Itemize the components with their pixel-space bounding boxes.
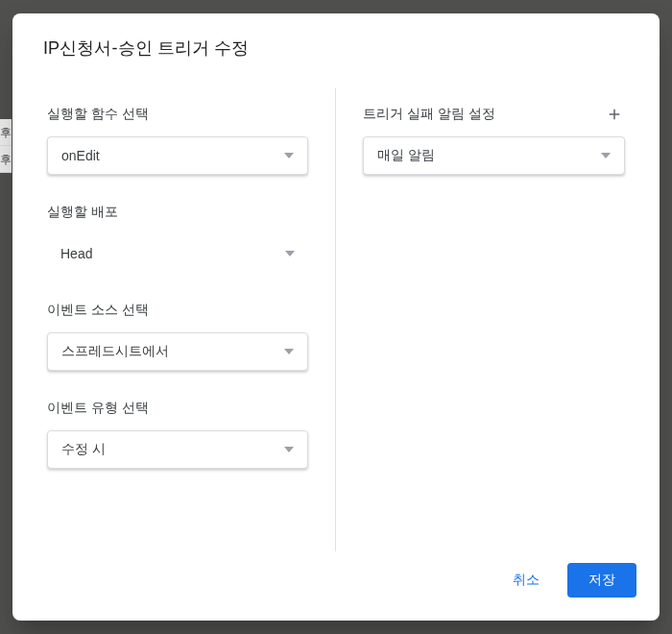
event-type-select-value: 수정 시 — [61, 441, 284, 458]
chevron-down-icon — [284, 347, 294, 356]
chevron-down-icon — [285, 249, 295, 258]
event-type-select[interactable]: 수정 시 — [47, 430, 308, 469]
deployment-select[interactable]: Head — [47, 234, 308, 273]
function-label: 실행할 함수 선택 — [47, 106, 149, 123]
field-failure-notification: 트리거 실패 알림 설정 매일 알림 — [363, 106, 625, 175]
add-notification-button[interactable] — [606, 106, 623, 123]
event-source-select-value: 스프레드시트에서 — [61, 343, 284, 360]
dialog-footer: 취소 저장 — [12, 551, 660, 621]
chevron-down-icon — [284, 445, 294, 454]
chevron-down-icon — [284, 151, 294, 160]
event-source-label: 이벤트 소스 선택 — [47, 302, 149, 319]
event-source-select[interactable]: 스프레드시트에서 — [47, 332, 308, 371]
field-event-type: 이벤트 유형 선택 수정 시 — [47, 400, 308, 469]
failure-notification-label: 트리거 실패 알림 설정 — [363, 106, 495, 123]
background-row: 후 — [0, 119, 12, 146]
function-select[interactable]: onEdit — [47, 136, 308, 175]
event-type-label: 이벤트 유형 선택 — [47, 400, 149, 417]
edit-trigger-dialog: IP신청서-승인 트리거 수정 실행할 함수 선택 onEdit 실행할 배포 — [12, 13, 660, 621]
deployment-label: 실행할 배포 — [47, 204, 118, 221]
right-column: 트리거 실패 알림 설정 매일 알림 — [336, 88, 636, 551]
dialog-body: 실행할 함수 선택 onEdit 실행할 배포 Head — [12, 88, 660, 551]
left-column: 실행할 함수 선택 onEdit 실행할 배포 Head — [36, 88, 336, 551]
dialog-title: IP신청서-승인 트리거 수정 — [43, 37, 629, 60]
background-row: 후 — [0, 146, 12, 173]
failure-notification-value: 매일 알림 — [377, 147, 601, 164]
function-select-value: onEdit — [61, 148, 284, 163]
field-deployment: 실행할 배포 Head — [47, 204, 308, 273]
field-function: 실행할 함수 선택 onEdit — [47, 106, 308, 175]
failure-notification-select[interactable]: 매일 알림 — [363, 136, 625, 175]
save-button[interactable]: 저장 — [567, 563, 637, 597]
field-event-source: 이벤트 소스 선택 스프레드시트에서 — [47, 302, 308, 371]
deployment-select-value: Head — [60, 246, 285, 261]
dialog-header: IP신청서-승인 트리거 수정 — [12, 13, 660, 69]
chevron-down-icon — [601, 151, 611, 160]
cancel-button[interactable]: 취소 — [505, 563, 548, 597]
